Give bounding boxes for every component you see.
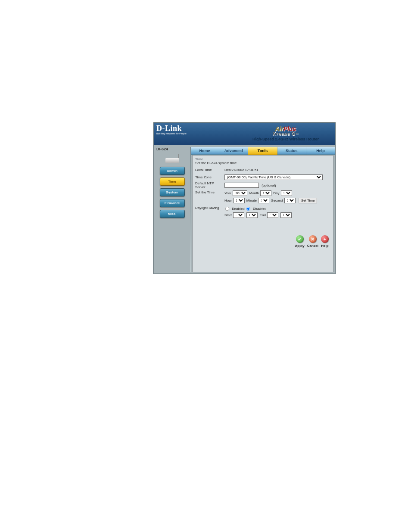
cancel-icon: ✕ bbox=[309, 235, 317, 243]
router-admin-window: D-Link Building Networks for People AirP… bbox=[153, 122, 336, 274]
cancel-button[interactable]: ✕ Cancel bbox=[307, 235, 318, 248]
sidebar-item-time[interactable]: Time bbox=[160, 177, 185, 186]
sidebar-item-admin[interactable]: Admin bbox=[160, 167, 185, 175]
tab-status[interactable]: Status bbox=[277, 147, 306, 155]
day-label: Day bbox=[273, 191, 279, 195]
ds-end-month-select[interactable]: Jan bbox=[267, 212, 278, 218]
sidebar-item-system[interactable]: System bbox=[160, 188, 185, 196]
ds-enabled-label: Enabled bbox=[232, 207, 244, 211]
set-time-button[interactable]: Set Time bbox=[299, 198, 318, 203]
hour-select[interactable]: 17 bbox=[234, 198, 245, 203]
sidebar-item-firmware[interactable]: Firmware bbox=[160, 199, 185, 207]
year-label: Year bbox=[224, 191, 231, 195]
apply-button[interactable]: ✓ Apply bbox=[295, 235, 305, 248]
brand-logo: D-Link Building Networks for People bbox=[156, 124, 187, 135]
product-logo: AirPlus XTREME G™ bbox=[240, 125, 331, 136]
time-panel: Time Set the DI-624 system time. Local T… bbox=[192, 155, 333, 272]
ds-end-label: End bbox=[260, 213, 266, 217]
ds-enabled-radio[interactable] bbox=[225, 207, 229, 211]
sidebar-item-misc[interactable]: Misc. bbox=[160, 210, 185, 218]
action-buttons: ✓ Apply ✕ Cancel + Help bbox=[295, 235, 329, 248]
daylight-label: Daylight Saving bbox=[195, 206, 224, 210]
local-time-label: Local Time bbox=[195, 168, 224, 172]
timezone-label: Time Zone bbox=[195, 175, 224, 179]
tab-help[interactable]: Help bbox=[306, 147, 335, 155]
ds-start-label: Start bbox=[224, 213, 232, 217]
main-tabs: Home Advanced Tools Status Help bbox=[190, 147, 335, 155]
minute-select[interactable]: 31 bbox=[258, 198, 269, 203]
ntp-hint: (optional) bbox=[262, 184, 276, 187]
timezone-select[interactable]: (GMT-08:00) Pacific Time (US & Canada) bbox=[224, 174, 323, 180]
content-area: Home Advanced Tools Status Help Time Set… bbox=[190, 145, 335, 274]
ntp-label: Default NTP Server bbox=[195, 181, 224, 189]
product-desc: High-Speed 2.4GHz Wireless Router bbox=[240, 137, 331, 141]
ntp-input[interactable] bbox=[224, 183, 259, 188]
logo-tagline: Building Networks for People bbox=[156, 132, 187, 135]
panel-desc: Set the DI-624 system time. bbox=[195, 161, 330, 165]
day-select[interactable]: 27 bbox=[281, 190, 292, 196]
ds-disabled-label: Disabled bbox=[253, 207, 266, 211]
minute-label: Minute bbox=[246, 199, 257, 202]
help-button[interactable]: + Help bbox=[321, 235, 329, 248]
year-select[interactable]: 2002 bbox=[233, 190, 247, 196]
second-label: Second bbox=[271, 199, 283, 202]
logo-text: D-Link bbox=[156, 124, 187, 133]
divider bbox=[190, 147, 191, 272]
ds-disabled-radio[interactable] bbox=[246, 207, 250, 211]
tab-home[interactable]: Home bbox=[190, 147, 219, 155]
month-label: Month bbox=[249, 191, 259, 195]
ds-start-month-select[interactable]: Jan bbox=[233, 212, 244, 218]
panel-title: Time bbox=[195, 157, 330, 161]
header: D-Link Building Networks for People AirP… bbox=[154, 123, 335, 145]
hour-label: Hour bbox=[224, 199, 232, 202]
month-select[interactable]: Dec bbox=[260, 190, 271, 196]
device-icon bbox=[164, 154, 181, 163]
plus-icon: + bbox=[321, 235, 329, 243]
product-brand: AirPlus XTREME G™ High-Speed 2.4GHz Wire… bbox=[240, 125, 331, 141]
second-select[interactable]: 51 bbox=[284, 198, 296, 203]
settime-label: Set the Time bbox=[195, 190, 224, 194]
sidebar: DI-624 Admin Time System Firmware Misc. bbox=[154, 145, 190, 274]
ds-start-day-select[interactable]: 01 bbox=[246, 212, 258, 218]
local-time-value: Dec/27/2002 17:31:51 bbox=[224, 168, 330, 172]
tab-advanced[interactable]: Advanced bbox=[219, 147, 248, 155]
check-icon: ✓ bbox=[296, 235, 304, 243]
model-label: DI-624 bbox=[154, 145, 190, 151]
ds-end-day-select[interactable]: 01 bbox=[280, 212, 292, 218]
tab-tools[interactable]: Tools bbox=[248, 147, 277, 155]
